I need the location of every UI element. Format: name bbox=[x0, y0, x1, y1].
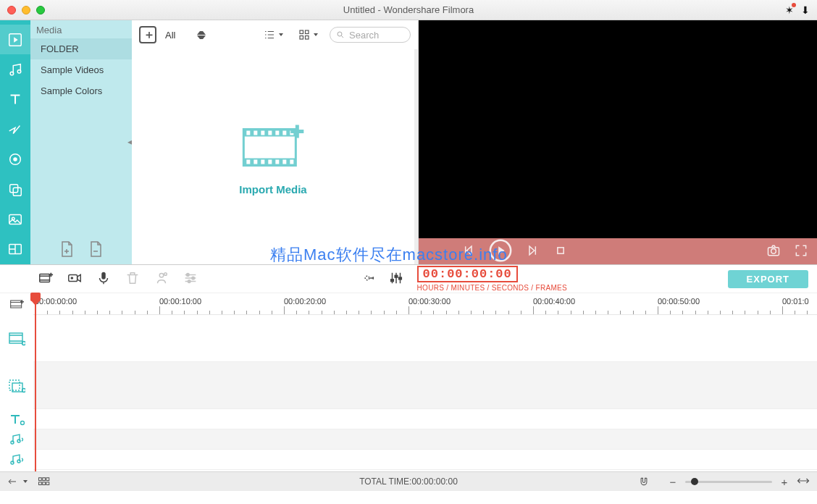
svg-point-35 bbox=[771, 248, 776, 253]
ruler-label: 00:00:00:00 bbox=[35, 297, 77, 306]
search-input[interactable]: Search bbox=[330, 27, 411, 43]
zoom-knob[interactable] bbox=[691, 478, 698, 485]
track-header-video1[interactable] bbox=[0, 315, 33, 362]
adjust-button bbox=[183, 270, 198, 288]
file-minus-icon bbox=[88, 240, 103, 258]
svg-rect-46 bbox=[390, 279, 393, 281]
ruler-label: 00:00:30:00 bbox=[408, 297, 451, 306]
camcorder-icon bbox=[67, 270, 83, 286]
snap-button[interactable] bbox=[637, 476, 650, 487]
timecode-legend: HOURS / MINUTES / SECONDS / FRAMES bbox=[417, 284, 567, 292]
svg-rect-49 bbox=[11, 301, 22, 308]
window-controls bbox=[7, 6, 45, 14]
rail-effects[interactable] bbox=[0, 145, 30, 175]
locator-icon bbox=[359, 270, 375, 286]
export-button[interactable]: EXPORT bbox=[728, 270, 808, 288]
svg-rect-47 bbox=[395, 275, 398, 277]
rail-transitions[interactable] bbox=[0, 114, 30, 144]
svg-rect-19 bbox=[254, 130, 257, 135]
track-audio2[interactable] bbox=[33, 450, 817, 470]
sidebar-item-folder[interactable]: FOLDER bbox=[30, 38, 132, 59]
record-button[interactable] bbox=[67, 270, 83, 288]
preview-panel bbox=[419, 20, 817, 264]
filter-dropdown[interactable]: All bbox=[165, 30, 206, 41]
zoom-out-button[interactable]: − bbox=[668, 476, 678, 488]
svg-rect-61 bbox=[43, 478, 46, 481]
zoom-fit-button[interactable] bbox=[797, 476, 810, 488]
sidebar-item-sample-colors[interactable]: Sample Colors bbox=[30, 80, 132, 101]
import-button[interactable]: ＋ bbox=[139, 26, 156, 43]
magnet-icon bbox=[637, 476, 650, 487]
svg-rect-36 bbox=[40, 274, 50, 282]
track-header-audio2[interactable] bbox=[0, 450, 33, 470]
track-video1[interactable] bbox=[33, 315, 817, 362]
svg-point-14 bbox=[338, 32, 342, 36]
track-header-text[interactable] bbox=[0, 409, 33, 429]
delete-button bbox=[125, 270, 141, 288]
timeline-toolbar: 00:00:00:00 HOURS / MINUTES / SECONDS / … bbox=[0, 264, 817, 293]
svg-rect-48 bbox=[398, 277, 401, 280]
thumbnail-size-button[interactable] bbox=[38, 476, 51, 487]
playhead-jump-button[interactable] bbox=[359, 270, 375, 288]
svg-point-58 bbox=[11, 461, 14, 464]
sidebar-header: Media bbox=[30, 20, 132, 38]
rail-elements[interactable] bbox=[0, 175, 30, 204]
import-media-dropzone[interactable]: Import Media bbox=[239, 119, 306, 195]
timecode-value[interactable]: 00:00:00:00 bbox=[417, 266, 518, 282]
svg-point-43 bbox=[192, 277, 195, 280]
svg-rect-62 bbox=[46, 478, 49, 481]
timeline-ruler[interactable]: 00:00:00:0000:00:10:0000:00:20:0000:00:3… bbox=[33, 293, 817, 315]
undo-history-button[interactable] bbox=[7, 476, 28, 487]
svg-rect-27 bbox=[261, 159, 264, 164]
clip-plus-icon bbox=[38, 270, 54, 286]
sidebar-item-sample-videos[interactable]: Sample Videos bbox=[30, 59, 132, 80]
playhead[interactable] bbox=[35, 293, 36, 471]
ruler-label: 00:00:20:00 bbox=[284, 297, 326, 306]
new-folder-button[interactable] bbox=[59, 240, 74, 260]
remove-folder-button[interactable] bbox=[88, 240, 103, 260]
grid-icon bbox=[298, 28, 311, 41]
track-header-audio1[interactable] bbox=[0, 429, 33, 450]
svg-rect-29 bbox=[275, 159, 279, 164]
svg-point-4 bbox=[13, 157, 17, 161]
close-window-button[interactable] bbox=[7, 6, 16, 14]
grid-view-button[interactable] bbox=[295, 28, 321, 41]
minimize-window-button[interactable] bbox=[22, 6, 30, 14]
zoom-in-button[interactable]: + bbox=[779, 476, 789, 488]
fullscreen-button[interactable] bbox=[794, 243, 808, 260]
file-plus-icon bbox=[59, 240, 74, 258]
snapshot-button[interactable] bbox=[766, 243, 781, 260]
track-audio1[interactable] bbox=[33, 429, 817, 450]
rail-splitscreen[interactable] bbox=[0, 235, 30, 264]
download-icon[interactable]: ⬇ bbox=[801, 4, 810, 16]
play-button[interactable] bbox=[488, 238, 513, 265]
svg-rect-13 bbox=[306, 36, 309, 40]
rail-photos[interactable] bbox=[0, 204, 30, 234]
track-header-overlay[interactable] bbox=[0, 362, 33, 409]
svg-point-40 bbox=[159, 273, 164, 277]
sliders-icon bbox=[183, 270, 198, 286]
next-frame-button[interactable] bbox=[526, 243, 540, 260]
zoom-slider[interactable] bbox=[685, 481, 772, 483]
zoom-window-button[interactable] bbox=[36, 6, 45, 14]
svg-rect-12 bbox=[300, 36, 303, 40]
track-insert-button[interactable] bbox=[0, 293, 33, 315]
list-view-button[interactable] bbox=[260, 28, 286, 41]
svg-rect-22 bbox=[275, 130, 279, 135]
add-clip-button[interactable] bbox=[38, 270, 54, 288]
svg-rect-20 bbox=[261, 130, 264, 135]
photo-icon bbox=[7, 211, 23, 227]
svg-point-42 bbox=[187, 273, 190, 276]
rail-titles[interactable] bbox=[0, 85, 30, 114]
track-overlay[interactable] bbox=[33, 362, 817, 409]
svg-point-2 bbox=[17, 70, 21, 74]
notifications-icon[interactable]: ✶ bbox=[785, 4, 794, 16]
stop-button[interactable] bbox=[553, 243, 568, 260]
prev-frame-button[interactable] bbox=[461, 243, 475, 260]
rail-media[interactable] bbox=[0, 25, 30, 54]
category-rail bbox=[0, 20, 30, 264]
track-text[interactable] bbox=[33, 409, 817, 429]
voiceover-button[interactable] bbox=[96, 270, 112, 288]
audio-mixer-button[interactable] bbox=[388, 270, 404, 288]
rail-music[interactable] bbox=[0, 54, 30, 84]
